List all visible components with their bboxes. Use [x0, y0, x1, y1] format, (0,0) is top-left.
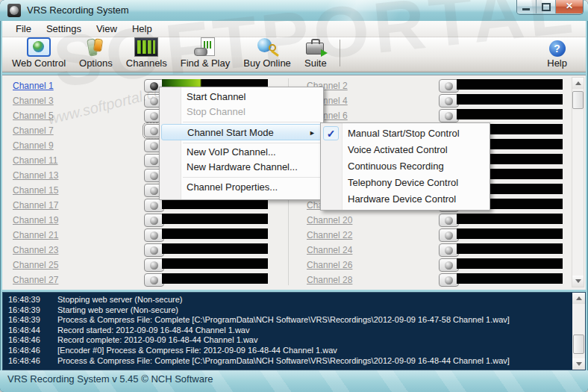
- submenu-item-manual-start-stop[interactable]: ✓ Manual Start/Stop Control: [321, 125, 490, 142]
- log-scrollbar[interactable]: [572, 293, 585, 370]
- toolbar-button-find-play[interactable]: Find & Play: [174, 37, 237, 69]
- help-icon: ?: [549, 40, 566, 57]
- maximize-button[interactable]: [537, 0, 556, 13]
- menu-file[interactable]: File: [8, 21, 39, 37]
- toolbar-button-buy-online[interactable]: Buy Online: [237, 37, 298, 69]
- channel-label-link[interactable]: Channel 5: [13, 111, 54, 121]
- channel-label-link[interactable]: Channel 17: [13, 200, 58, 211]
- channel-scrollbar[interactable]: [572, 77, 584, 287]
- level-meter: [457, 94, 563, 105]
- submenu-item-continuous-recording[interactable]: Continuous Recording: [321, 158, 490, 175]
- channel-label-link[interactable]: Channel 25: [13, 260, 58, 270]
- record-button[interactable]: [439, 273, 459, 287]
- record-button[interactable]: [439, 228, 459, 242]
- channel-label-link[interactable]: Channel 28: [307, 275, 352, 285]
- check-icon: ✓: [323, 126, 339, 140]
- menu-item-channel-properties[interactable]: Channel Properties...: [160, 179, 323, 196]
- record-button[interactable]: [439, 214, 459, 227]
- channel-row-channel-21: Channel 21: [4, 228, 287, 243]
- log-time: 16:48:39: [8, 305, 47, 316]
- menu-view[interactable]: View: [89, 21, 125, 37]
- channel-label-link[interactable]: Channel 7: [13, 125, 54, 136]
- toolbar-label: Suite: [304, 57, 327, 69]
- submenu-item-hardware-device[interactable]: Hardware Device Control: [321, 191, 490, 208]
- menu-help[interactable]: Help: [125, 21, 160, 37]
- menu-bar: File Settings View Help: [2, 21, 586, 37]
- menu-item-new-hardware-channel[interactable]: New Hardware Channel...: [160, 160, 323, 175]
- toolbar-button-options[interactable]: Options: [72, 37, 119, 69]
- scrollbar-thumb[interactable]: [572, 91, 584, 109]
- submenu-item-telephony-device[interactable]: Telephony Device Control: [321, 175, 490, 191]
- record-button[interactable]: [144, 214, 164, 227]
- level-meter: [162, 228, 268, 239]
- scroll-up-icon[interactable]: [572, 78, 584, 89]
- channel-label-link[interactable]: Channel 15: [13, 185, 58, 196]
- channel-label-link[interactable]: Channel 1: [13, 81, 54, 91]
- record-button[interactable]: [439, 109, 459, 122]
- record-icon: [445, 231, 453, 240]
- record-button[interactable]: [439, 243, 459, 257]
- log-message: [Encoder #0] Process & Compress File: 20…: [47, 346, 337, 356]
- close-button[interactable]: ✕: [556, 0, 583, 13]
- log-time: 16:48:46: [8, 335, 47, 346]
- channel-label-link[interactable]: Channel 9: [13, 140, 54, 151]
- channel-label-link[interactable]: Channel 27: [13, 275, 58, 285]
- channel-row-channel-20: Channel 20: [290, 213, 568, 228]
- log-time: 16:48:44: [8, 326, 47, 336]
- record-icon: [150, 82, 158, 90]
- record-icon: [150, 127, 158, 135]
- record-icon: [445, 112, 453, 120]
- record-button[interactable]: [439, 79, 459, 93]
- menu-item-stop-channel: Stop Channel: [160, 105, 323, 119]
- channel-label-link[interactable]: Channel 13: [13, 170, 58, 181]
- toolbar-button-help[interactable]: ? Help: [540, 37, 574, 69]
- menu-item-new-voip-channel[interactable]: New VoIP Channel...: [160, 145, 323, 160]
- minimize-button[interactable]: [517, 0, 537, 13]
- log-time: 16:48:46: [8, 356, 47, 367]
- toolbar-button-web-control[interactable]: Web Control: [5, 37, 72, 69]
- menu-item-start-channel[interactable]: Start Channel: [160, 90, 323, 105]
- scroll-down-icon[interactable]: [572, 276, 584, 287]
- log-time: 16:48:39: [8, 295, 47, 305]
- web-control-icon: [27, 37, 51, 57]
- toolbar-button-channels[interactable]: Channels: [119, 37, 174, 69]
- close-icon: ✕: [556, 0, 583, 13]
- record-icon: [150, 97, 158, 105]
- channel-label-link[interactable]: Channel 20: [307, 215, 352, 225]
- channel-label-link[interactable]: Channel 23: [13, 245, 58, 255]
- record-button[interactable]: [144, 273, 164, 287]
- menu-item-channel-start-mode[interactable]: Channel Start Mode ►: [161, 124, 322, 140]
- scroll-up-icon[interactable]: [572, 293, 585, 304]
- channel-label-link[interactable]: Channel 22: [307, 230, 352, 240]
- record-icon: [150, 172, 158, 180]
- scroll-down-icon[interactable]: [572, 358, 585, 370]
- submenu-arrow-icon: ►: [309, 125, 316, 141]
- channel-row-channel-28: Channel 28: [290, 273, 568, 287]
- record-button[interactable]: [144, 199, 164, 212]
- record-icon: [445, 97, 453, 105]
- options-icon: [84, 37, 107, 57]
- channel-label-link[interactable]: Channel 3: [13, 96, 54, 106]
- menu-separator: [183, 177, 321, 178]
- app-icon: [7, 4, 21, 17]
- channel-row-channel-27: Channel 27: [4, 273, 287, 287]
- channel-label-link[interactable]: Channel 21: [13, 230, 58, 240]
- level-meter: [162, 243, 268, 254]
- channel-label-link[interactable]: Channel 24: [307, 245, 352, 255]
- submenu-item-voice-activated[interactable]: Voice Activated Control: [321, 142, 490, 158]
- channel-label-link[interactable]: Channel 11: [13, 155, 58, 166]
- toolbar-button-suite[interactable]: Suite: [298, 37, 334, 69]
- record-button[interactable]: [144, 258, 164, 272]
- channel-label-link[interactable]: Channel 19: [13, 215, 58, 225]
- status-bar: VRS Recording System v 5.45 © NCH Softwa…: [0, 370, 588, 392]
- channel-label-link[interactable]: Channel 26: [307, 260, 352, 270]
- title-bar[interactable]: VRS Recording System: [0, 0, 588, 21]
- record-button[interactable]: [144, 228, 164, 242]
- menu-settings[interactable]: Settings: [39, 21, 89, 37]
- record-button[interactable]: [439, 94, 459, 108]
- channel-row-channel-2: Channel 2: [290, 78, 568, 93]
- log-line: 16:48:46 Process & Compress File: Comple…: [8, 356, 572, 367]
- scrollbar-thumb[interactable]: [573, 335, 584, 354]
- record-button[interactable]: [144, 243, 164, 257]
- record-button[interactable]: [439, 258, 459, 272]
